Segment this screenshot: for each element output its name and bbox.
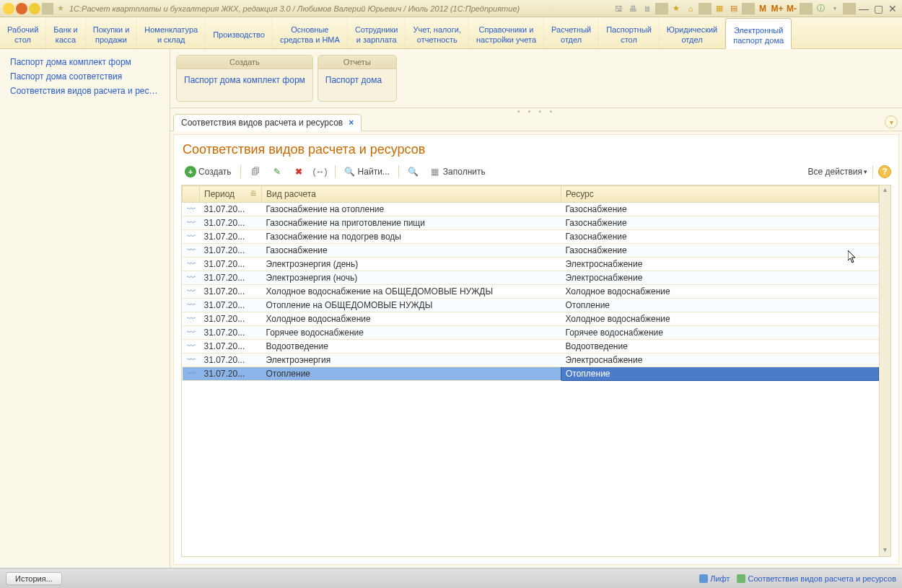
table-row[interactable]: 〰31.07.20...Холодное водоснабжение на ОБ… <box>183 285 879 299</box>
table-row[interactable]: 〰31.07.20...Газоснабжение на приготовлен… <box>183 216 879 230</box>
table-row[interactable]: 〰31.07.20...Электроэнергия (день)Электро… <box>183 258 879 271</box>
help-button[interactable]: ? <box>878 165 891 178</box>
leftnav-link[interactable]: Паспорт дома комплект форм <box>0 55 170 69</box>
table-row[interactable]: 〰31.07.20...ОтоплениеОтопление <box>183 367 879 381</box>
minimize-button[interactable]: — <box>857 3 870 14</box>
main-tab[interactable]: Юридическийотдел <box>660 17 725 48</box>
table-row[interactable]: 〰31.07.20...Электроэнергия (ночь)Электро… <box>183 271 879 285</box>
main-tab[interactable]: Производство <box>206 17 273 48</box>
document-tab[interactable]: Соответствия видов расчета и ресурсов × <box>173 114 362 131</box>
col-header-icon[interactable] <box>183 186 200 203</box>
tb-fav-icon[interactable]: ★ <box>670 3 683 14</box>
cell-period: 31.07.20... <box>200 312 262 326</box>
leftnav-link[interactable]: Паспорт дома соответствия <box>0 69 170 84</box>
find-icon: 🔍 <box>344 166 356 177</box>
table-row[interactable]: 〰31.07.20...Отопление на ОБЩЕДОМОВЫЕ НУЖ… <box>183 299 879 312</box>
table-row[interactable]: 〰31.07.20...Газоснабжение на отоплениеГа… <box>183 203 879 216</box>
table-row[interactable]: 〰31.07.20...Газоснабжение на подогрев во… <box>183 230 879 244</box>
edit-button[interactable]: ✎ <box>268 164 286 179</box>
panel-create-link[interactable]: Паспорт дома комплект форм <box>184 74 305 87</box>
document-tabs: Соответствия видов расчета и ресурсов × … <box>170 114 902 131</box>
tabs-dropdown-icon[interactable]: ▾ <box>885 115 898 128</box>
find-label: Найти... <box>358 167 390 177</box>
separator <box>42 3 53 14</box>
table-row[interactable]: 〰31.07.20...ЭлектроэнергияЭлектроснабжен… <box>183 354 879 367</box>
status-correspondence[interactable]: Соответствия видов расчета и ресурсов <box>737 574 896 583</box>
vertical-scrollbar[interactable]: ▴ ▾ <box>879 185 890 556</box>
cell-period: 31.07.20... <box>200 299 262 312</box>
tb-calc-icon[interactable]: ▦ <box>713 3 726 14</box>
maximize-button[interactable]: ▢ <box>872 3 885 14</box>
tb-cal-icon[interactable]: ▤ <box>727 3 740 14</box>
separator <box>335 165 336 178</box>
scroll-down-icon[interactable]: ▾ <box>880 545 890 556</box>
cell-calc: Газоснабжение на подогрев воды <box>262 230 561 244</box>
favorite-star-icon[interactable]: ★ <box>55 3 66 14</box>
tb-doc-icon[interactable]: 🗎 <box>641 3 654 14</box>
cell-calc: Газоснабжение на отопление <box>262 203 561 216</box>
table-row[interactable]: 〰31.07.20...ГазоснабжениеГазоснабжение <box>183 244 879 258</box>
plus-icon: + <box>185 166 196 177</box>
all-actions-button[interactable]: Все действия ▾ <box>808 167 867 177</box>
document-view: Соответствия видов расчета и ресурсов + … <box>173 134 899 565</box>
find-button[interactable]: 🔍 Найти... <box>341 164 393 179</box>
main-tab[interactable]: Рабочийстол <box>0 17 46 48</box>
close-tab-icon[interactable]: × <box>349 118 354 128</box>
cell-calc: Холодное водоснабжение на ОБЩЕДОМОВЫЕ НУ… <box>262 285 561 299</box>
main-tab[interactable]: Электронныйпаспорт дома <box>725 18 792 49</box>
main-tab[interactable]: Учет, налоги,отчетность <box>406 17 468 48</box>
row-icon: 〰 <box>183 312 200 326</box>
tb-save-icon[interactable]: 🖫 <box>612 3 625 14</box>
table-row[interactable]: 〰31.07.20...ВодоотведениеВодоотведение <box>183 340 879 354</box>
panel-reports-link[interactable]: Паспорт дома <box>325 74 389 87</box>
row-icon: 〰 <box>183 230 200 244</box>
close-button[interactable]: ✕ <box>886 3 899 14</box>
memory-mminus-button[interactable]: M- <box>785 3 798 14</box>
col-header-period[interactable]: Период ≞ <box>200 186 262 203</box>
tb-print-icon[interactable]: 🖶 <box>626 3 639 14</box>
panel-gripper[interactable]: • • • • <box>170 108 902 114</box>
col-header-resource[interactable]: Ресурс <box>561 186 879 203</box>
info-icon[interactable]: ⓘ <box>814 3 827 14</box>
delete-button[interactable]: ✖ <box>289 164 308 179</box>
col-header-calc[interactable]: Вид расчета <box>262 186 561 203</box>
nav-back-icon[interactable] <box>16 3 27 14</box>
main-tab[interactable]: Паспортныйстол <box>599 17 660 48</box>
table-row[interactable]: 〰31.07.20...Холодное водоснабжениеХолодн… <box>183 312 879 326</box>
fill-button[interactable]: ▦ Заполнить <box>426 164 489 179</box>
main-tab[interactable]: Основныесредства и НМА <box>273 17 348 48</box>
cell-resource: Горячее водоснабжение <box>561 326 879 340</box>
memory-m-button[interactable]: M <box>756 3 769 14</box>
status-bar: История... Лифт Соответствия видов расче… <box>0 568 902 588</box>
nav-fwd-icon[interactable] <box>29 3 40 14</box>
table-row[interactable]: 〰31.07.20...Горячее водоснабжениеГорячее… <box>183 326 879 340</box>
status-lift[interactable]: Лифт <box>699 574 730 583</box>
history-button[interactable]: История... <box>6 572 62 585</box>
main-tab[interactable]: Покупки ипродажи <box>86 17 138 48</box>
cell-calc: Электроэнергия (день) <box>262 258 561 271</box>
main-tab[interactable]: Номенклатураи склад <box>137 17 206 48</box>
tb-home-icon[interactable]: ⌂ <box>684 3 697 14</box>
dropdown-icon[interactable]: ▾ <box>828 3 841 14</box>
data-table-scroll[interactable]: Период ≞ Вид расчета Ресурс 〰31.07.20...… <box>182 185 879 556</box>
leftnav-link[interactable]: Соответствия видов расчета и ресурс... <box>0 84 170 98</box>
main-tab[interactable]: Расчетныйотдел <box>544 17 599 48</box>
document-tab-label: Соответствия видов расчета и ресурсов <box>181 118 343 128</box>
main-tab[interactable]: Банк икасса <box>46 17 85 48</box>
memory-mplus-button[interactable]: M+ <box>771 3 784 14</box>
zoom-button[interactable]: 🔍 <box>404 164 423 179</box>
row-icon: 〰 <box>183 340 200 354</box>
cell-resource: Электроснабжение <box>561 354 879 367</box>
lift-icon <box>699 574 708 583</box>
swap-button[interactable]: (↔) <box>311 164 330 179</box>
data-table: Период ≞ Вид расчета Ресурс 〰31.07.20...… <box>182 185 879 381</box>
copy-button[interactable]: 🗐 <box>246 164 265 179</box>
scroll-up-icon[interactable]: ▴ <box>880 185 890 196</box>
cell-resource: Электроснабжение <box>561 258 879 271</box>
cell-resource: Холодное водоснабжение <box>561 312 879 326</box>
main-tab[interactable]: Справочники инастройки учета <box>469 17 544 48</box>
create-button[interactable]: + Создать <box>181 164 235 179</box>
main-tab[interactable]: Сотрудникии зарплата <box>348 17 406 48</box>
cell-resource: Газоснабжение <box>561 203 879 216</box>
row-icon: 〰 <box>183 244 200 258</box>
